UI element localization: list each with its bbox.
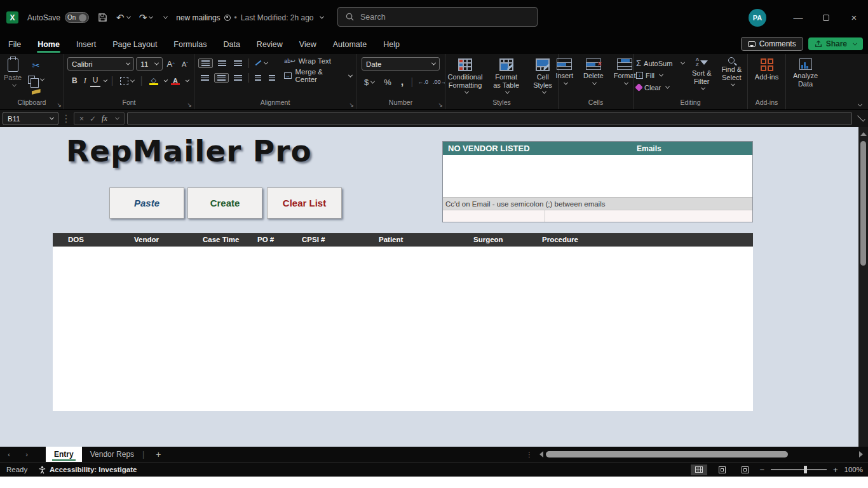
align-top-button[interactable] (198, 58, 213, 68)
clipboard-dialog-launcher[interactable]: ↘ (57, 102, 62, 108)
zoom-level-label[interactable]: 100% (844, 466, 863, 473)
tab-help[interactable]: Help (375, 35, 408, 54)
restore-button[interactable] (812, 0, 840, 35)
search-input[interactable]: Search (337, 7, 538, 27)
alignment-dialog-launcher[interactable]: ↘ (349, 102, 354, 108)
tab-insert[interactable]: Insert (68, 35, 104, 54)
align-left-button[interactable] (198, 74, 212, 82)
fill-button[interactable]: ↓ Fill (636, 70, 684, 81)
comma-style-button[interactable]: , (398, 75, 406, 89)
formula-bar-splitter[interactable]: ⋮ (61, 112, 71, 125)
insert-cells-button[interactable]: ← Insert (552, 57, 577, 86)
clear-button[interactable]: Clear (636, 82, 684, 93)
sheet-tab-entry[interactable]: Entry (46, 447, 82, 462)
grow-font-button[interactable]: A^ (165, 57, 177, 71)
font-color-chevron-icon[interactable] (186, 78, 189, 81)
clear-list-macro-button[interactable]: Clear List (267, 187, 342, 219)
sort-filter-button[interactable]: AZ Sort & Filter (687, 57, 716, 93)
decrease-indent-button[interactable] (252, 74, 264, 82)
name-box[interactable]: B11 (3, 112, 58, 125)
wrap-text-button[interactable]: ab↩ Wrap Text (284, 57, 352, 65)
user-avatar[interactable]: PA (749, 9, 766, 27)
tab-review[interactable]: Review (248, 35, 291, 54)
scroll-right-arrow-icon[interactable] (859, 451, 863, 458)
cc-input-cell-right[interactable] (545, 210, 752, 222)
autosum-button[interactable]: Σ AutoSum (636, 58, 684, 69)
number-format-select[interactable]: Date (362, 57, 440, 71)
accessibility-status-button[interactable]: Accessibility: Investigate (38, 466, 137, 474)
share-button[interactable]: Share (808, 37, 863, 50)
next-sheet-button[interactable]: › (18, 451, 36, 458)
fill-color-button[interactable]: ◇ (147, 75, 161, 86)
format-painter-icon[interactable] (25, 88, 46, 96)
redo-button[interactable]: ↷ (139, 12, 153, 24)
scroll-up-arrow-icon[interactable] (860, 132, 867, 136)
minimize-button[interactable]: — (784, 0, 812, 35)
cc-input-cell-left[interactable] (443, 210, 545, 222)
borders-button[interactable] (118, 76, 137, 86)
increase-decimal-button[interactable]: ←.0 (417, 79, 428, 85)
tab-view[interactable]: View (291, 35, 325, 54)
shrink-font-button[interactable]: Aˇ (179, 57, 191, 71)
scrollbar-resize-handle[interactable]: ⋮ (526, 451, 533, 458)
format-as-table-button[interactable]: Format as Table (489, 57, 524, 95)
font-size-select[interactable]: 11 (136, 57, 162, 71)
quick-access-chevron-icon[interactable] (161, 16, 167, 19)
zoom-slider[interactable] (771, 469, 827, 470)
autosave-toggle[interactable]: On (65, 12, 89, 23)
paste-macro-button[interactable]: Paste (109, 187, 184, 219)
tab-automate[interactable]: Automate (325, 35, 376, 54)
file-chevron-icon[interactable] (319, 15, 323, 19)
find-select-button[interactable]: Find & Select (716, 57, 747, 93)
align-bottom-button[interactable] (231, 59, 245, 67)
file-name[interactable]: new mailings (176, 13, 220, 22)
tab-page-layout[interactable]: Page Layout (104, 35, 165, 54)
cancel-formula-button[interactable]: × (79, 114, 84, 123)
horizontal-scrollbar[interactable] (546, 451, 857, 458)
zoom-in-button[interactable]: + (833, 465, 838, 475)
number-dialog-launcher[interactable]: ↘ (438, 102, 443, 108)
font-color-button[interactable]: A (168, 76, 182, 86)
last-modified-label[interactable]: Last Modified: 2h ago (241, 13, 314, 22)
orientation-button[interactable] (252, 60, 270, 66)
create-macro-button[interactable]: Create (187, 187, 262, 219)
merge-center-button[interactable]: ↔ Merge & Center (284, 68, 352, 83)
prev-sheet-button[interactable]: ‹ (0, 451, 18, 458)
tab-home[interactable]: Home (29, 35, 68, 54)
delete-cells-button[interactable]: × Delete (580, 57, 607, 86)
paste-button[interactable]: Paste (0, 57, 25, 98)
align-middle-button[interactable] (215, 59, 229, 67)
cases-table-body[interactable] (53, 247, 753, 411)
font-dialog-launcher[interactable]: ↘ (187, 102, 192, 108)
normal-view-button[interactable] (691, 464, 707, 475)
formula-input[interactable] (127, 112, 852, 125)
fill-color-chevron-icon[interactable] (164, 78, 168, 81)
copy-icon[interactable] (25, 74, 46, 85)
save-icon[interactable] (98, 13, 107, 22)
undo-button[interactable]: ↶ (116, 12, 130, 24)
addins-button[interactable]: Add-ins (748, 57, 785, 83)
underline-button[interactable]: U (90, 74, 101, 87)
scroll-left-arrow-icon[interactable] (539, 451, 543, 458)
italic-button[interactable]: I (81, 75, 89, 87)
tab-file[interactable]: File (0, 35, 29, 54)
vendor-emails-area[interactable] (443, 155, 752, 197)
collapse-ribbon-chevron-icon[interactable] (858, 102, 862, 107)
font-name-select[interactable]: Calibri (67, 57, 134, 71)
horizontal-scroll-thumb[interactable] (546, 451, 788, 458)
cut-icon[interactable]: ✂ (25, 59, 46, 72)
tab-formulas[interactable]: Formulas (165, 35, 215, 54)
analyze-data-button[interactable]: Analyze Data (786, 57, 825, 89)
page-layout-view-button[interactable] (714, 464, 730, 475)
add-sheet-button[interactable]: + (144, 449, 172, 459)
align-right-button[interactable] (231, 74, 245, 82)
tab-data[interactable]: Data (215, 35, 248, 54)
expand-formula-bar-chevron-icon[interactable] (857, 114, 865, 122)
vertical-scrollbar[interactable] (858, 127, 868, 447)
conditional-formatting-button[interactable]: Conditional Formatting (445, 57, 485, 95)
align-center-button[interactable] (214, 73, 229, 83)
percent-style-button[interactable]: % (381, 76, 394, 88)
worksheet[interactable]: RepMailer Pro Paste Create Clear List NO… (0, 127, 868, 447)
accounting-format-button[interactable]: $ (362, 76, 377, 88)
page-break-view-button[interactable] (736, 464, 753, 475)
